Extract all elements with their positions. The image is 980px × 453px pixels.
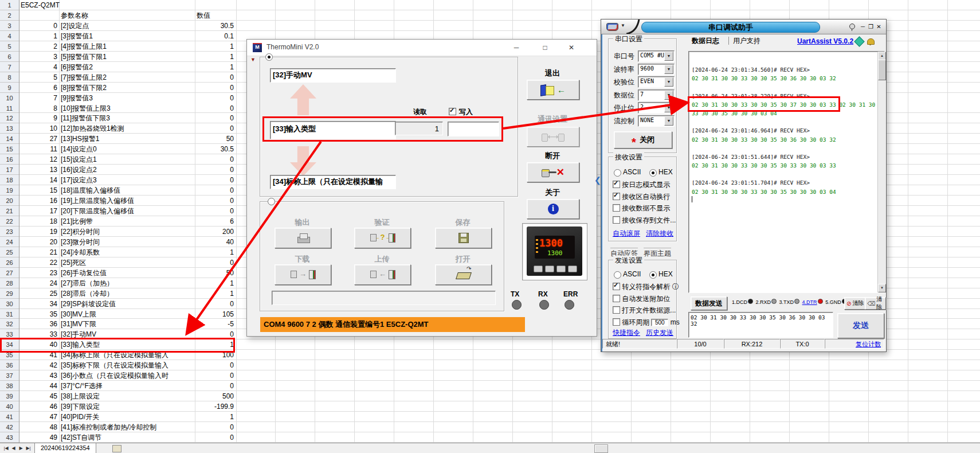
cell-param-value[interactable]: 30.5 [174, 21, 234, 31]
close-port-button[interactable]: * 关闭 [614, 131, 672, 149]
cell-param-index[interactable]: 17 [19, 206, 57, 216]
scroll-down-icon[interactable]: ▼ [878, 284, 886, 292]
serial-setting-dropdown[interactable]: 2▼ [638, 102, 675, 114]
cell-param-value[interactable]: 1 [174, 412, 234, 422]
row-number[interactable]: 34 [0, 339, 19, 350]
cell-param-index[interactable]: 8 [19, 103, 57, 114]
action-button-printer[interactable] [275, 228, 331, 248]
cell-param-value[interactable]: 0 [174, 299, 234, 309]
row-number[interactable]: 38 [0, 381, 19, 391]
cell-param-value[interactable]: 0 [174, 257, 234, 268]
sheet-nav-icon[interactable]: ▶| [25, 443, 32, 453]
cell-param-value[interactable]: 500 [174, 391, 234, 401]
row-number[interactable]: 33 [0, 329, 19, 339]
cell-param-index[interactable]: 43 [19, 370, 57, 381]
cell-param-value[interactable]: 0.1 [174, 31, 234, 41]
cell-param-index[interactable]: 18 [19, 216, 57, 226]
checkbox-unchecked[interactable] [613, 216, 620, 224]
serial-setting-dropdown[interactable]: NONE▼ [638, 115, 675, 127]
tab-user-support[interactable]: 用户支持 [733, 36, 761, 46]
cell-param-value[interactable]: 0 [174, 123, 234, 134]
side-button-exit[interactable]: ← [527, 80, 579, 100]
checkbox-checked[interactable] [613, 181, 620, 188]
cell-param-value[interactable]: -5 [174, 319, 234, 329]
checkbox-unchecked[interactable] [613, 318, 620, 326]
chevron-down-icon[interactable]: ▼ [664, 52, 673, 61]
checkbox-unchecked[interactable] [613, 204, 620, 212]
close-button[interactable]: ✕ [562, 42, 581, 53]
close-button[interactable]: ✕ [875, 22, 883, 31]
param-field-33[interactable]: [33]输入类型 [270, 121, 396, 139]
serial-setting-dropdown[interactable]: 7▼ [638, 89, 675, 101]
cell-param-value[interactable]: 0 [174, 72, 234, 83]
cell-param-value[interactable]: 0 [174, 103, 234, 114]
row-number[interactable]: 2 [0, 10, 19, 21]
checkbox-unchecked[interactable] [613, 295, 620, 302]
cell-param-value[interactable]: 0 [174, 165, 234, 175]
file-path-field[interactable] [272, 291, 496, 305]
cell-param-value[interactable]: 0 [174, 381, 234, 391]
row-number[interactable]: 7 [0, 62, 19, 72]
write-checkbox[interactable] [449, 108, 456, 115]
radio-hex[interactable] [649, 169, 657, 177]
param-field-34[interactable]: [34]标称上限（只在设定模拟量输 [270, 175, 396, 189]
row-number[interactable]: 23 [0, 226, 19, 237]
link-1[interactable]: 清除接收 [646, 229, 673, 239]
cell-param-value[interactable]: 1 [174, 339, 234, 350]
row-number[interactable]: 11 [0, 103, 19, 114]
row-number[interactable]: 41 [0, 412, 19, 422]
file-group-radio[interactable] [268, 198, 275, 205]
row-number[interactable]: 28 [0, 278, 19, 288]
link-0[interactable]: 快捷指令 [613, 328, 640, 338]
uartassist-titlebar[interactable]: ▼ 串口调试助手 ─ ❐ ✕ [601, 19, 886, 34]
cell-param-value[interactable]: 0 [174, 154, 234, 165]
row-number[interactable]: 22 [0, 216, 19, 226]
cell-param-value[interactable]: 50 [174, 134, 234, 144]
sheet-nav-icon[interactable]: |◀ [2, 443, 10, 453]
maximize-button[interactable]: ❐ [867, 22, 875, 31]
parameter-group-radio[interactable] [265, 53, 273, 61]
row-number[interactable]: 40 [0, 401, 19, 412]
cell-param-index[interactable]: 15 [19, 185, 57, 196]
cell-param-index[interactable]: 6 [19, 83, 57, 93]
row-number[interactable]: 19 [0, 185, 19, 196]
row-number[interactable]: 39 [0, 391, 19, 401]
cell-param-value[interactable]: 200 [174, 226, 234, 237]
pin-icon[interactable] [849, 24, 855, 29]
row-number[interactable]: 8 [0, 72, 19, 83]
scroll-up-icon[interactable]: ▲ [878, 52, 886, 60]
radio-hex[interactable] [649, 271, 657, 279]
clear-button-0[interactable]: ⊘清除 [844, 297, 866, 310]
cell-param-value[interactable]: 0 [174, 83, 234, 93]
status-reset-link[interactable]: 复位计数 [825, 339, 884, 349]
cell-param-index[interactable]: 22 [19, 257, 57, 268]
cell-param-value[interactable]: 0 [174, 370, 234, 381]
cell-param-index[interactable]: 46 [19, 401, 57, 412]
scrollbar-thumb[interactable] [878, 60, 886, 80]
row-number[interactable]: 29 [0, 288, 19, 299]
sheet-nav-buttons[interactable]: |◀◀▶▶| [2, 443, 32, 453]
row-number[interactable]: 6 [0, 52, 19, 62]
cell-param-index[interactable]: 10 [19, 123, 57, 134]
cell-param-value[interactable]: 0 [174, 329, 234, 339]
row-number[interactable]: 25 [0, 247, 19, 257]
cell-param-value[interactable]: 0 [174, 422, 234, 432]
link-0[interactable]: 自动滚屏 [613, 229, 640, 239]
minimize-button[interactable]: ─ [507, 42, 526, 53]
radio-ascii[interactable] [614, 271, 621, 279]
row-number[interactable]: 42 [0, 422, 19, 432]
row-number[interactable]: 37 [0, 370, 19, 381]
row-number[interactable]: 21 [0, 206, 19, 216]
cell-param-index[interactable]: 49 [19, 432, 57, 443]
cell-param-index[interactable]: 14 [19, 175, 57, 185]
cell-param-index[interactable]: 23 [19, 268, 57, 278]
cell-param-value[interactable]: 0 [174, 185, 234, 196]
row-number[interactable]: 3 [0, 21, 19, 31]
cell-param-value[interactable]: 0 [174, 196, 234, 206]
cell-param-index[interactable]: 0 [19, 21, 57, 31]
cell-param-value[interactable]: 50 [174, 268, 234, 278]
cell-param-value[interactable]: 1 [174, 62, 234, 72]
cell-param-index[interactable]: 24 [19, 278, 57, 288]
chevron-down-icon[interactable]: ▼ [664, 116, 673, 126]
row-number[interactable]: 15 [0, 144, 19, 154]
